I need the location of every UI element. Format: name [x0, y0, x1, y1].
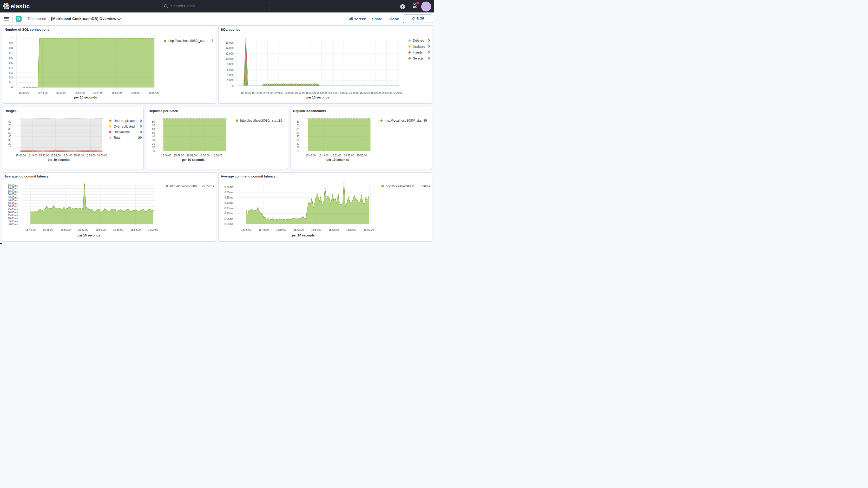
svg-text:5.00ms: 5.00ms — [9, 220, 18, 223]
svg-text:15:50:00: 15:50:00 — [284, 91, 294, 94]
svg-text:Selects: Selects — [413, 57, 423, 60]
svg-text:0.8: 0.8 — [9, 47, 13, 50]
svg-text:per 10 seconds: per 10 seconds — [78, 234, 100, 237]
svg-text:15:46:00: 15:46:00 — [161, 154, 171, 157]
svg-text:60: 60 — [152, 128, 155, 131]
svg-text:10,000: 10,000 — [225, 57, 234, 60]
svg-text:50: 50 — [152, 131, 155, 134]
svg-text:0: 0 — [428, 39, 430, 42]
svg-text:0: 0 — [232, 85, 234, 87]
svg-text:15:59:00: 15:59:00 — [381, 91, 392, 94]
svg-text:per 10 seconds: per 10 seconds — [48, 158, 70, 162]
svg-text:15:50:00: 15:50:00 — [60, 228, 70, 231]
svg-text:15:54:00: 15:54:00 — [95, 228, 105, 231]
svg-text:0.25ms: 0.25ms — [224, 196, 233, 199]
svg-text:15:54:00: 15:54:00 — [327, 91, 337, 94]
svg-text:1: 1 — [11, 37, 13, 40]
svg-text:15:56:00: 15:56:00 — [349, 91, 359, 94]
svg-text:15:46:00: 15:46:00 — [241, 228, 251, 231]
svg-text:60: 60 — [8, 128, 11, 131]
svg-text:Inserts: Inserts — [413, 51, 423, 54]
svg-text:0.26ms: 0.26ms — [420, 184, 430, 188]
svg-text:0.4: 0.4 — [9, 66, 13, 69]
svg-text:15:58:00: 15:58:00 — [130, 91, 140, 94]
svg-text:15:49:00: 15:49:00 — [318, 154, 329, 157]
svg-text:14,000: 14,000 — [225, 47, 234, 50]
svg-text:15:53:00: 15:53:00 — [316, 91, 327, 94]
svg-text:70: 70 — [152, 124, 155, 127]
svg-text:0: 0 — [140, 119, 142, 123]
svg-text:10.00ms: 10.00ms — [8, 217, 18, 220]
svg-text:15:54:00: 15:54:00 — [62, 154, 72, 157]
svg-text:89: 89 — [423, 119, 427, 122]
svg-text:0.10ms: 0.10ms — [224, 212, 233, 215]
svg-text:30: 30 — [8, 139, 11, 142]
svg-text:15:58:00: 15:58:00 — [346, 228, 356, 231]
svg-text:55.00ms: 55.00ms — [8, 190, 18, 193]
svg-text:per 10 seconds: per 10 seconds — [182, 158, 205, 162]
svg-text:0: 0 — [428, 57, 430, 60]
svg-text:15:52:00: 15:52:00 — [78, 228, 88, 231]
svg-text:15:58:00: 15:58:00 — [356, 154, 367, 157]
svg-text:0.2: 0.2 — [9, 76, 13, 79]
svg-text:15:48:00: 15:48:00 — [258, 228, 269, 231]
svg-text:15:50:00: 15:50:00 — [39, 154, 49, 157]
svg-text:Deletes: Deletes — [413, 39, 424, 42]
svg-text:50: 50 — [296, 131, 299, 134]
svg-text:15:55:00: 15:55:00 — [199, 154, 210, 157]
svg-text:0: 0 — [428, 45, 430, 48]
svg-text:89: 89 — [279, 119, 282, 122]
svg-text:Total: Total — [114, 136, 120, 140]
svg-text:2,000: 2,000 — [227, 79, 234, 82]
svg-text:15:52:00: 15:52:00 — [51, 154, 61, 157]
svg-text:0.9: 0.9 — [9, 42, 13, 45]
svg-text:40.00ms: 40.00ms — [8, 199, 18, 202]
svg-text:15:50:00: 15:50:00 — [276, 228, 286, 231]
svg-text:15:55:00: 15:55:00 — [338, 91, 348, 94]
svg-text:15:56:00: 15:56:00 — [112, 91, 122, 94]
svg-text:15.00ms: 15.00ms — [8, 214, 18, 217]
svg-text:Underreplicated: Underreplicated — [114, 119, 136, 123]
svg-text:15:52:00: 15:52:00 — [294, 228, 304, 231]
svg-text:20: 20 — [8, 143, 11, 145]
svg-text:15:56:00: 15:56:00 — [329, 228, 339, 231]
svg-text:15:58:00: 15:58:00 — [130, 228, 141, 231]
svg-text:0: 0 — [140, 130, 142, 134]
svg-text:15:51:00: 15:51:00 — [295, 91, 305, 94]
svg-text:Unavailable: Unavailable — [114, 130, 130, 134]
svg-text:40: 40 — [152, 135, 155, 138]
svg-text:16:00:00: 16:00:00 — [148, 228, 158, 231]
svg-text:16:00:00: 16:00:00 — [148, 91, 158, 94]
svg-text:30.00ms: 30.00ms — [8, 205, 18, 208]
svg-text:0.1: 0.1 — [9, 81, 13, 84]
svg-text:http://localhost:8080/_stat...: http://localhost:8080/_stat... — [168, 39, 208, 42]
svg-text:Overreplicated: Overreplicated — [114, 125, 135, 128]
svg-text:15:54:00: 15:54:00 — [311, 228, 321, 231]
svg-text:70: 70 — [296, 124, 299, 127]
svg-text:0: 0 — [298, 150, 299, 153]
svg-text:70: 70 — [8, 124, 11, 127]
svg-text:0: 0 — [153, 150, 155, 153]
svg-text:60.00ms: 60.00ms — [8, 187, 18, 190]
svg-text:0.20ms: 0.20ms — [224, 202, 233, 204]
svg-text:15:46:00: 15:46:00 — [19, 91, 29, 94]
svg-text:15:58:00: 15:58:00 — [212, 154, 222, 157]
svg-text:15:52:00: 15:52:00 — [306, 91, 316, 94]
svg-text:16:00:00: 16:00:00 — [97, 154, 107, 157]
svg-text:15:46:00: 15:46:00 — [241, 91, 251, 94]
svg-text:0.5: 0.5 — [9, 62, 13, 64]
svg-text:20.00ms: 20.00ms — [8, 211, 18, 214]
svg-text:4,000: 4,000 — [227, 73, 234, 77]
svg-text:15:52:00: 15:52:00 — [331, 154, 341, 157]
svg-text:15:48:00: 15:48:00 — [27, 154, 37, 157]
svg-text:6,000: 6,000 — [227, 68, 234, 71]
svg-text:per 10 seconds: per 10 seconds — [326, 158, 349, 162]
svg-text:15:48:00: 15:48:00 — [262, 91, 272, 94]
svg-text:0: 0 — [10, 150, 11, 153]
svg-text:0: 0 — [140, 125, 142, 128]
svg-text:15:46:00: 15:46:00 — [25, 228, 35, 231]
svg-text:15:49:00: 15:49:00 — [174, 154, 184, 157]
svg-text:65.00ms: 65.00ms — [8, 184, 18, 187]
svg-text:http://localhost:808...: http://localhost:808... — [170, 184, 199, 188]
svg-text:10: 10 — [152, 146, 155, 149]
